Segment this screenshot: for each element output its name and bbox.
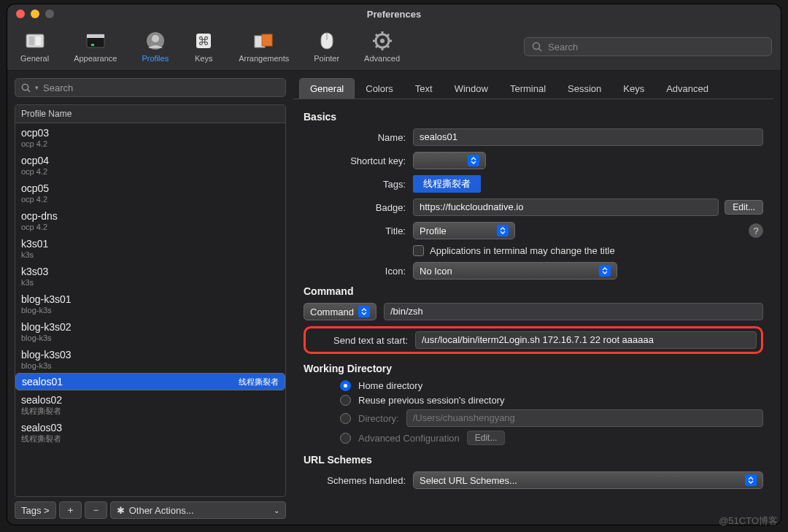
svg-text:⌘: ⌘ [198,35,209,47]
toolbar-items: General Appearance Profiles ⌘ Keys [16,28,404,66]
name-field[interactable]: sealos01 [413,128,763,146]
svg-point-15 [380,39,385,43]
profile-name: ocp-dns [21,209,279,223]
tab-general[interactable]: General [299,78,355,99]
tab-session[interactable]: Session [557,78,612,99]
toolbar-appearance[interactable]: Appearance [69,28,121,66]
profile-list-header[interactable]: Profile Name [15,105,285,123]
icon-label: Icon: [304,266,406,277]
svg-point-24 [533,43,540,50]
tab-window[interactable]: Window [444,78,499,99]
toolbar-search[interactable]: Search [524,37,772,56]
tab-advanced[interactable]: Advanced [655,78,719,99]
svg-line-25 [539,49,542,52]
tab-colors[interactable]: Colors [355,78,404,99]
toolbar-general[interactable]: General [16,28,53,66]
profile-row[interactable]: sealos02线程撕裂者 [15,390,285,418]
wd-directory-field[interactable]: /Users/chuanshengyang [406,409,763,427]
profile-name: ocp05 [21,182,279,195]
icon-select[interactable]: No Icon [413,262,617,280]
badge-field[interactable]: https://fuckcloudnative.io [413,198,719,216]
profile-list: Profile Name ocp03ocp 4.2ocp04ocp 4.2ocp… [15,104,286,497]
title-help-button[interactable]: ? [749,223,763,238]
profile-tags: k3s [21,250,279,260]
toolbar-label: Advanced [364,54,400,63]
wd-directory-radio[interactable] [340,413,351,424]
profile-name: ocp04 [21,154,279,167]
other-actions-dropdown[interactable]: ✱ Other Actions... ⌄ [110,501,286,519]
profile-row[interactable]: blog-k3s02blog-k3s [15,317,285,345]
profile-row[interactable]: sealos03线程撕裂者 [15,418,285,446]
wd-reuse-radio[interactable] [340,395,351,406]
profile-row[interactable]: blog-k3s01blog-k3s [15,290,285,317]
updown-icon [358,306,370,317]
updown-icon [599,265,611,277]
shortcut-label: Shortcut key: [304,155,406,166]
svg-rect-11 [262,34,272,46]
toolbar-label: Arrangements [239,54,289,63]
profile-tags: 线程撕裂者 [21,434,279,444]
profile-search[interactable]: ▾ Search [15,78,286,97]
svg-line-21 [387,45,389,47]
command-mode-select[interactable]: Command [304,303,376,320]
tags-dropdown-button[interactable]: Tags > [15,501,56,519]
send-text-label: Send text at start: [310,335,408,346]
profile-row[interactable]: k3s01k3s [15,234,285,262]
apps-change-title-label: Applications in terminal may change the … [430,245,615,256]
profile-row[interactable]: blog-k3s03blog-k3s [15,345,285,373]
schemes-select[interactable]: Select URL Schemes... [413,471,763,489]
svg-line-22 [387,34,389,36]
tab-terminal[interactable]: Terminal [499,78,557,99]
profile-tags: blog-k3s [21,334,279,343]
profile-row[interactable]: k3s03k3s [15,262,285,290]
wd-home-radio[interactable] [340,380,351,391]
profile-list-body[interactable]: ocp03ocp 4.2ocp04ocp 4.2ocp05ocp 4.2ocp-… [15,123,285,496]
profile-row[interactable]: sealos01线程撕裂者 [15,373,285,390]
url-header: URL Schemes [304,454,763,466]
wd-reuse-label: Reuse previous session's directory [358,395,504,406]
tab-keys[interactable]: Keys [612,78,655,99]
profile-name: ocp03 [21,126,279,139]
profile-row[interactable]: ocp03ocp 4.2 [15,123,285,151]
profile-name: sealos02 [21,393,279,406]
wd-advanced-label: Advanced Configuration [358,433,460,444]
window-icon [85,31,106,51]
tab-text[interactable]: Text [404,78,444,99]
profile-tags: k3s [21,278,279,288]
wd-directory-label: Directory: [358,413,399,424]
mouse-icon [317,31,337,51]
shortcut-key-select[interactable] [413,152,486,169]
badge-edit-button[interactable]: Edit... [725,200,763,215]
apps-change-title-checkbox[interactable] [413,245,424,256]
profile-tags: ocp 4.2 [21,223,279,232]
command-field[interactable]: /bin/zsh [384,303,763,320]
profile-search-placeholder: Search [43,82,73,93]
title-select[interactable]: Profile [413,222,515,239]
send-text-field[interactable]: /usr/local/bin/iterm2Login.sh 172.16.7.1… [415,331,757,349]
titlebar: Preferences [7,4,781,23]
updown-icon [745,474,757,486]
switch-icon [25,31,45,51]
profile-name: sealos03 [21,421,279,434]
title-label: Title: [304,225,406,236]
tag-chip[interactable]: 线程撕裂者 [413,175,481,193]
profile-tags: ocp 4.2 [21,167,279,177]
toolbar-keys[interactable]: ⌘ Keys [189,28,218,66]
updown-icon [468,155,479,166]
add-profile-button[interactable]: ＋ [59,501,82,519]
wd-advanced-radio[interactable] [340,433,351,444]
toolbar-arrangements[interactable]: Arrangements [234,28,293,66]
chevron-down-icon: ▾ [35,84,39,91]
name-label: Name: [304,132,406,143]
toolbar-profiles[interactable]: Profiles [137,28,173,66]
sidebar-footer: Tags > ＋ － ✱ Other Actions... ⌄ [15,501,286,519]
command-header: Command [304,285,763,297]
toolbar-pointer[interactable]: Pointer [309,28,344,66]
toolbar-advanced[interactable]: Advanced [360,28,404,66]
profile-icon [145,31,166,51]
profile-row[interactable]: ocp-dnsocp 4.2 [15,207,285,234]
profile-name: blog-k3s03 [21,348,279,361]
profile-row[interactable]: ocp05ocp 4.2 [15,179,285,207]
remove-profile-button[interactable]: － [85,501,107,519]
profile-row[interactable]: ocp04ocp 4.2 [15,151,285,179]
